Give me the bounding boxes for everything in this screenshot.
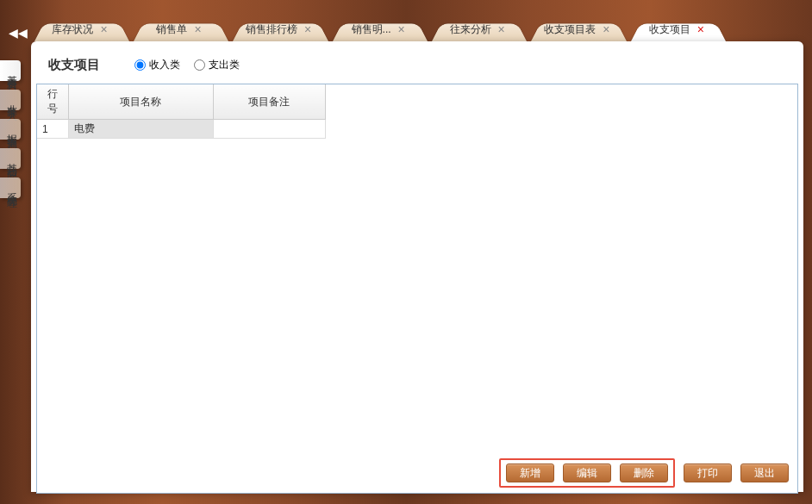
radio-expense[interactable]: 支出类 [194, 58, 240, 72]
data-area: 行号 项目名称 项目备注 1 电费 新增 编辑 删除 打印 退出 [36, 84, 798, 494]
close-icon[interactable]: × [194, 23, 201, 35]
radio-income-label: 收入类 [149, 58, 180, 72]
left-sidebar: 基本资料 业务录入 报表查询 其它功能 系统管理 [0, 60, 21, 198]
tab-label: 收支项目表 [544, 22, 596, 37]
tab-label: 销售排行榜 [246, 22, 297, 37]
cell-name[interactable]: 电费 [68, 120, 213, 139]
button-bar: 新增 编辑 删除 打印 退出 [499, 458, 789, 488]
tab-label: 销售明... [352, 22, 391, 37]
sidebar-item-report-query[interactable]: 报表查询 [0, 119, 21, 140]
radio-income-input[interactable] [134, 59, 146, 71]
close-icon[interactable]: × [603, 23, 609, 35]
close-icon[interactable]: × [498, 23, 505, 35]
add-button[interactable]: 新增 [506, 464, 554, 482]
cell-rownum: 1 [37, 120, 68, 139]
close-icon[interactable]: × [398, 23, 405, 35]
sidebar-item-other-functions[interactable]: 其它功能 [0, 148, 21, 169]
tab-label: 往来分析 [450, 22, 491, 37]
sidebar-item-basic-info[interactable]: 基本资料 [0, 60, 21, 81]
table-row[interactable]: 1 电费 [37, 120, 325, 139]
cell-remark[interactable] [213, 120, 325, 139]
main-panel: 收支项目 收入类 支出类 行号 项目名称 项目备注 [31, 41, 803, 492]
radio-income[interactable]: 收入类 [134, 58, 180, 72]
category-radio-group: 收入类 支出类 [134, 58, 240, 72]
sidebar-item-business-entry[interactable]: 业务录入 [0, 90, 21, 110]
tab-transaction-analysis[interactable]: 往来分析 × [432, 17, 527, 41]
close-icon[interactable]: × [100, 23, 107, 35]
close-icon[interactable]: × [697, 23, 704, 35]
tab-label: 库存状况 [52, 22, 93, 37]
edit-button[interactable]: 编辑 [563, 464, 611, 482]
page-title: 收支项目 [48, 57, 100, 73]
exit-button[interactable]: 退出 [740, 464, 789, 482]
close-icon[interactable]: × [304, 23, 311, 35]
radio-expense-input[interactable] [194, 59, 205, 71]
tab-sales-order[interactable]: 销售单 × [134, 17, 228, 41]
tab-label: 销售单 [156, 22, 187, 37]
table-header-row: 行号 项目名称 项目备注 [37, 84, 325, 120]
tab-sales-detail[interactable]: 销售明... × [333, 17, 428, 41]
delete-button[interactable]: 删除 [620, 464, 668, 482]
tab-label: 收支项目 [649, 22, 690, 37]
header-rownum[interactable]: 行号 [37, 84, 68, 120]
print-button[interactable]: 打印 [684, 464, 732, 482]
tab-income-expense-item[interactable]: 收支项目 × [631, 17, 726, 41]
tab-inventory-status[interactable]: 库存状况 × [34, 17, 129, 41]
header-name[interactable]: 项目名称 [68, 84, 213, 120]
radio-expense-label: 支出类 [209, 58, 240, 72]
tab-income-expense-table[interactable]: 收支项目表 × [531, 17, 627, 41]
panel-header: 收支项目 收入类 支出类 [31, 41, 803, 84]
items-table: 行号 项目名称 项目备注 1 电费 [37, 84, 326, 139]
crud-button-group-highlight: 新增 编辑 删除 [499, 458, 675, 488]
tab-scroll-left-icon[interactable]: ◀◀ [9, 26, 28, 40]
header-remark[interactable]: 项目备注 [213, 84, 325, 120]
tabs-container: 库存状况 × 销售单 × 销售排行榜 × 销售明... × 往来分析 × 收支项… [34, 17, 803, 43]
sidebar-item-system-management[interactable]: 系统管理 [0, 177, 21, 198]
tab-sales-ranking[interactable]: 销售排行榜 × [233, 17, 328, 41]
